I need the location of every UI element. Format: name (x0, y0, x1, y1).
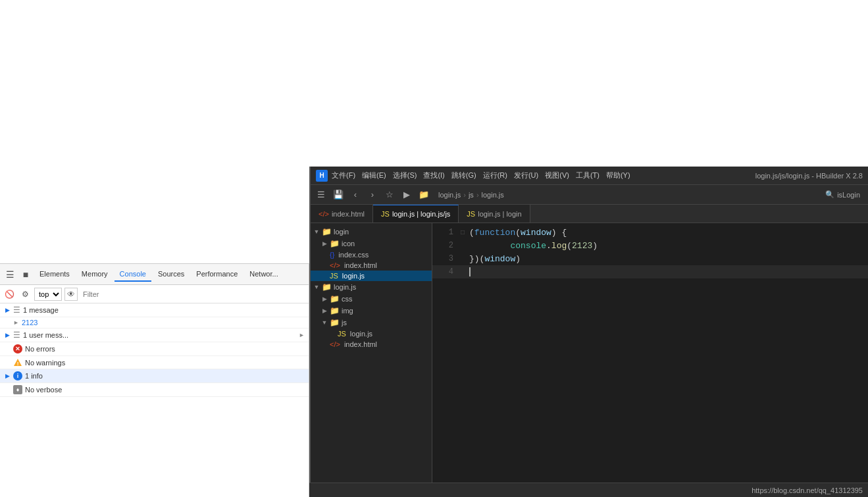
hbuilder-main: 📁 login 📁 icon {} index.css </> index.ht… (311, 223, 868, 497)
kw-function: function (474, 228, 515, 238)
tree-label-nested-login-js: login.js (350, 330, 372, 338)
menu-help[interactable]: 帮助(Y) (606, 170, 630, 180)
line-content-4 (469, 267, 471, 277)
menu-run[interactable]: 运行(R) (483, 170, 507, 180)
tree-label-js-folder: js (342, 319, 347, 327)
verbose-icon: ♦ (13, 385, 22, 394)
line-collapse-1[interactable]: □ (459, 229, 467, 236)
hbuilder-panel: H 文件(F) 编辑(E) 选择(S) 查找(I) 跳转(G) 运行(R) 发行… (309, 167, 868, 497)
tree-label-css: css (342, 295, 353, 303)
hbuilder-logo: H (316, 170, 328, 182)
console-settings-icon[interactable]: ⚙ (18, 288, 32, 301)
tree-item-loginjs-folder[interactable]: 📁 login.js (311, 281, 432, 293)
tree-arrow-img (321, 307, 328, 314)
run-btn[interactable]: ▶ (399, 187, 415, 203)
tree-item-nested-index-html[interactable]: </> index.html (311, 339, 432, 350)
tree-label-login: login (334, 228, 349, 236)
console-item-no-verbose[interactable]: ♦ No verbose (0, 383, 309, 397)
error-icon: ✕ (13, 344, 22, 353)
console-obj: console (510, 241, 546, 251)
console-log-value[interactable]: ► 2123 (0, 317, 309, 328)
num-2123: 2123 (572, 241, 592, 251)
filter-input[interactable] (80, 290, 306, 298)
console-item-user-messages[interactable]: ☰ 1 user mess... ► (0, 328, 309, 342)
tree-arrow-loginjs-folder (313, 284, 320, 290)
menu-publish[interactable]: 发行(U) (514, 170, 538, 180)
tab-console[interactable]: Console (115, 267, 151, 282)
console-item-label-user-messages: 1 user mess... (23, 331, 68, 339)
tab-index-html[interactable]: </> index.html (311, 205, 373, 222)
tree-item-js-folder[interactable]: 📁 js (311, 317, 432, 328)
tree-label-loginjs-folder: login.js (334, 283, 356, 291)
user-message-icon: ☰ (13, 330, 20, 340)
menu-jump[interactable]: 跳转(G) (451, 170, 476, 180)
menu-file[interactable]: 文件(F) (332, 170, 355, 180)
devtools-inspect-icon[interactable]: ■ (18, 267, 33, 282)
text-cursor (469, 267, 471, 276)
tab-js-icon-active: JS (381, 210, 390, 218)
menu-edit[interactable]: 编辑(E) (362, 170, 386, 180)
bookmark-btn[interactable]: ☆ (382, 187, 397, 203)
punc-close-iife: ) (515, 254, 521, 264)
back-btn[interactable]: ‹ (347, 187, 363, 203)
tree-item-nested-login-js[interactable]: JS login.js (311, 328, 432, 339)
clear-console-icon[interactable]: 🚫 (3, 288, 16, 301)
folder-icon-login: 📁 (322, 227, 332, 236)
tab-elements[interactable]: Elements (34, 267, 75, 282)
context-select[interactable]: top (34, 288, 62, 301)
tree-item-login-js[interactable]: JS login.js (311, 271, 432, 281)
expand-arrow-info (4, 373, 11, 379)
tab-login-js-login-label: login.js | login (478, 210, 521, 218)
tree-label-icon: icon (342, 240, 355, 248)
file-icon-html-index: </> (330, 261, 340, 269)
menu-view[interactable]: 视图(V) (545, 170, 569, 180)
tab-login-js-active[interactable]: JS login.js | login.js/js (373, 205, 459, 222)
tree-item-icon-folder[interactable]: 📁 icon (311, 238, 432, 249)
tab-html-icon: </> (319, 210, 329, 218)
console-item-no-warnings[interactable]: ! No warnings (0, 356, 309, 369)
tree-item-img-folder[interactable]: 📁 img (311, 305, 432, 317)
tree-item-index-html[interactable]: </> index.html (311, 260, 432, 271)
tree-item-index-css[interactable]: {} index.css (311, 249, 432, 260)
browser-top-area (0, 0, 868, 167)
console-filter-bar: 🚫 ⚙ top 👁 (0, 285, 309, 303)
tab-sources[interactable]: Sources (153, 267, 190, 282)
forward-btn[interactable]: › (365, 187, 380, 203)
sidebar-toggle-btn[interactable]: ☰ (313, 187, 329, 203)
punc-dot: . (546, 241, 551, 251)
punc-open-paren: ( (469, 228, 474, 238)
console-item-no-errors[interactable]: ✕ No errors (0, 342, 309, 356)
file-tree: 📁 login 📁 icon {} index.css </> index.ht… (311, 223, 432, 497)
code-editor[interactable]: 1 □ (function(window) { 2 console.log(21… (432, 223, 868, 497)
tab-network[interactable]: Networ... (244, 267, 283, 282)
folder-icon-js: 📁 (330, 318, 340, 327)
tab-login-js-login[interactable]: JS login.js | login (459, 205, 530, 222)
menu-select[interactable]: 选择(S) (393, 170, 417, 180)
punc-close-param: ) { (551, 228, 567, 238)
console-item-1-info[interactable]: i 1 info (0, 369, 309, 383)
folder-btn[interactable]: 📁 (416, 187, 432, 203)
breadcrumb-item-2[interactable]: js (469, 191, 474, 199)
hbuilder-menus: 文件(F) 编辑(E) 选择(S) 查找(I) 跳转(G) 运行(R) 发行(U… (332, 170, 630, 180)
save-btn[interactable]: 💾 (330, 187, 346, 203)
tree-item-login-folder[interactable]: 📁 login (311, 226, 432, 238)
tab-memory[interactable]: Memory (76, 267, 113, 282)
tree-item-css-folder[interactable]: 📁 css (311, 293, 432, 305)
hbuilder-search-box: 🔍 isLogin (825, 190, 865, 199)
code-line-4: 4 (432, 265, 868, 278)
folder-icon-img: 📁 (330, 306, 340, 315)
breadcrumb: login.js › js › login.js (433, 191, 824, 199)
eye-icon[interactable]: 👁 (64, 288, 78, 301)
menu-tools[interactable]: 工具(T) (576, 170, 600, 180)
punc-open-param: ( (515, 228, 521, 238)
tree-label-index-html: index.html (344, 261, 377, 269)
tab-performance[interactable]: Performance (191, 267, 243, 282)
tree-label-login-js: login.js (342, 272, 365, 280)
menu-find[interactable]: 查找(I) (423, 170, 444, 180)
console-item-messages[interactable]: ☰ 1 message (0, 303, 309, 317)
breadcrumb-item-1[interactable]: login.js (438, 191, 461, 199)
tree-label-img: img (342, 307, 353, 315)
devtools-toggle-icon[interactable]: ☰ (3, 267, 17, 282)
breadcrumb-item-3[interactable]: login.js (482, 191, 504, 199)
hbuilder-file-tabs: </> index.html JS login.js | login.js/js… (311, 205, 868, 223)
